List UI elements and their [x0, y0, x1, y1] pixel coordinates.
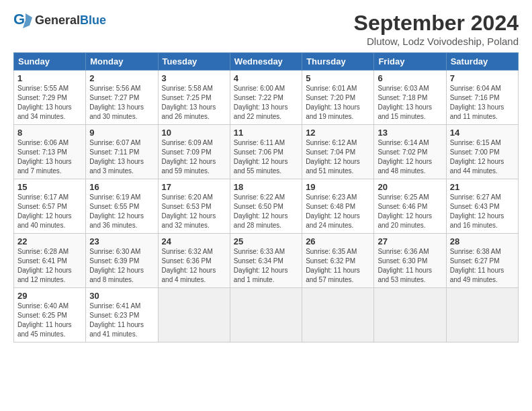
day-info: Sunrise: 5:58 AMSunset: 7:25 PMDaylight:… [162, 84, 226, 122]
table-row: 17Sunrise: 6:20 AMSunset: 6:53 PMDayligh… [158, 179, 230, 234]
weekday-header-row: Sunday Monday Tuesday Wednesday Thursday… [14, 53, 519, 71]
logo: G GeneralBlue [13, 11, 106, 30]
title-area: September 2024 Dlutow, Lodz Voivodeship,… [354, 11, 519, 47]
day-number: 20 [378, 182, 442, 192]
day-info: Sunrise: 6:40 AMSunset: 6:25 PMDaylight:… [17, 302, 82, 339]
day-number: 12 [306, 128, 370, 138]
day-info: Sunrise: 6:12 AMSunset: 7:04 PMDaylight:… [306, 138, 370, 176]
header-monday: Monday [86, 53, 158, 71]
day-info: Sunrise: 6:23 AMSunset: 6:48 PMDaylight:… [306, 193, 370, 230]
day-info: Sunrise: 6:27 AMSunset: 6:43 PMDaylight:… [450, 193, 515, 230]
day-number: 9 [89, 128, 154, 138]
table-row [302, 288, 374, 342]
table-row: 26Sunrise: 6:35 AMSunset: 6:32 PMDayligh… [302, 234, 374, 288]
day-number: 7 [450, 73, 515, 83]
calendar-week-row: 22Sunrise: 6:28 AMSunset: 6:41 PMDayligh… [14, 234, 519, 288]
day-info: Sunrise: 6:20 AMSunset: 6:53 PMDaylight:… [162, 193, 226, 230]
day-number: 5 [306, 73, 370, 83]
day-number: 26 [306, 236, 370, 246]
day-info: Sunrise: 6:09 AMSunset: 7:09 PMDaylight:… [162, 138, 226, 176]
table-row [374, 288, 446, 342]
day-info: Sunrise: 6:00 AMSunset: 7:22 PMDaylight:… [234, 84, 298, 122]
calendar-week-row: 8Sunrise: 6:06 AMSunset: 7:13 PMDaylight… [14, 125, 519, 179]
header-tuesday: Tuesday [158, 53, 230, 71]
table-row: 16Sunrise: 6:19 AMSunset: 6:55 PMDayligh… [86, 179, 158, 234]
day-info: Sunrise: 5:55 AMSunset: 7:29 PMDaylight:… [17, 84, 82, 122]
day-number: 21 [450, 182, 515, 192]
day-number: 8 [17, 128, 82, 138]
day-number: 24 [162, 236, 226, 246]
calendar-week-row: 29Sunrise: 6:40 AMSunset: 6:25 PMDayligh… [14, 288, 519, 342]
calendar-table: Sunday Monday Tuesday Wednesday Thursday… [13, 52, 519, 342]
day-info: Sunrise: 6:30 AMSunset: 6:39 PMDaylight:… [89, 247, 154, 285]
day-number: 2 [89, 73, 154, 83]
table-row: 28Sunrise: 6:38 AMSunset: 6:27 PMDayligh… [446, 234, 518, 288]
day-info: Sunrise: 6:25 AMSunset: 6:46 PMDaylight:… [378, 193, 442, 230]
table-row: 9Sunrise: 6:07 AMSunset: 7:11 PMDaylight… [86, 125, 158, 179]
table-row [446, 288, 518, 342]
location-title: Dlutow, Lodz Voivodeship, Poland [354, 36, 519, 47]
day-info: Sunrise: 6:11 AMSunset: 7:06 PMDaylight:… [234, 138, 298, 176]
table-row [158, 288, 230, 342]
day-info: Sunrise: 6:01 AMSunset: 7:20 PMDaylight:… [306, 84, 370, 122]
page: G GeneralBlue September 2024 Dlutow, Lod… [0, 0, 532, 351]
table-row: 24Sunrise: 6:32 AMSunset: 6:36 PMDayligh… [158, 234, 230, 288]
day-number: 15 [17, 182, 82, 192]
table-row: 12Sunrise: 6:12 AMSunset: 7:04 PMDayligh… [302, 125, 374, 179]
table-row: 30Sunrise: 6:41 AMSunset: 6:23 PMDayligh… [86, 288, 158, 342]
day-number: 17 [162, 182, 226, 192]
day-number: 1 [17, 73, 82, 83]
table-row: 19Sunrise: 6:23 AMSunset: 6:48 PMDayligh… [302, 179, 374, 234]
day-info: Sunrise: 6:03 AMSunset: 7:18 PMDaylight:… [378, 84, 442, 122]
day-number: 23 [89, 236, 154, 246]
day-info: Sunrise: 6:38 AMSunset: 6:27 PMDaylight:… [450, 247, 515, 285]
day-info: Sunrise: 6:19 AMSunset: 6:55 PMDaylight:… [89, 193, 154, 230]
table-row: 21Sunrise: 6:27 AMSunset: 6:43 PMDayligh… [446, 179, 518, 234]
day-number: 25 [234, 236, 298, 246]
day-info: Sunrise: 6:04 AMSunset: 7:16 PMDaylight:… [450, 84, 515, 122]
table-row: 27Sunrise: 6:36 AMSunset: 6:30 PMDayligh… [374, 234, 446, 288]
table-row: 1Sunrise: 5:55 AMSunset: 7:29 PMDaylight… [14, 71, 86, 125]
table-row: 6Sunrise: 6:03 AMSunset: 7:18 PMDaylight… [374, 71, 446, 125]
table-row: 25Sunrise: 6:33 AMSunset: 6:34 PMDayligh… [230, 234, 302, 288]
logo-text: GeneralBlue [35, 13, 106, 28]
table-row: 14Sunrise: 6:15 AMSunset: 7:00 PMDayligh… [446, 125, 518, 179]
day-number: 13 [378, 128, 442, 138]
table-row: 4Sunrise: 6:00 AMSunset: 7:22 PMDaylight… [230, 71, 302, 125]
day-number: 16 [89, 182, 154, 192]
day-number: 19 [306, 182, 370, 192]
table-row: 29Sunrise: 6:40 AMSunset: 6:25 PMDayligh… [14, 288, 86, 342]
logo-icon: G [13, 11, 32, 30]
table-row: 22Sunrise: 6:28 AMSunset: 6:41 PMDayligh… [14, 234, 86, 288]
header-saturday: Saturday [446, 53, 518, 71]
day-number: 18 [234, 182, 298, 192]
day-info: Sunrise: 6:28 AMSunset: 6:41 PMDaylight:… [17, 247, 82, 285]
day-number: 14 [450, 128, 515, 138]
table-row [230, 288, 302, 342]
table-row: 20Sunrise: 6:25 AMSunset: 6:46 PMDayligh… [374, 179, 446, 234]
table-row: 18Sunrise: 6:22 AMSunset: 6:50 PMDayligh… [230, 179, 302, 234]
day-info: Sunrise: 6:36 AMSunset: 6:30 PMDaylight:… [378, 247, 442, 285]
header-wednesday: Wednesday [230, 53, 302, 71]
header-friday: Friday [374, 53, 446, 71]
table-row: 13Sunrise: 6:14 AMSunset: 7:02 PMDayligh… [374, 125, 446, 179]
table-row: 10Sunrise: 6:09 AMSunset: 7:09 PMDayligh… [158, 125, 230, 179]
table-row: 8Sunrise: 6:06 AMSunset: 7:13 PMDaylight… [14, 125, 86, 179]
day-number: 29 [17, 291, 82, 301]
table-row: 11Sunrise: 6:11 AMSunset: 7:06 PMDayligh… [230, 125, 302, 179]
day-number: 10 [162, 128, 226, 138]
table-row: 7Sunrise: 6:04 AMSunset: 7:16 PMDaylight… [446, 71, 518, 125]
day-number: 11 [234, 128, 298, 138]
header-sunday: Sunday [14, 53, 86, 71]
header-thursday: Thursday [302, 53, 374, 71]
day-info: Sunrise: 6:07 AMSunset: 7:11 PMDaylight:… [89, 138, 154, 176]
day-info: Sunrise: 6:15 AMSunset: 7:00 PMDaylight:… [450, 138, 515, 176]
day-info: Sunrise: 5:56 AMSunset: 7:27 PMDaylight:… [89, 84, 154, 122]
day-info: Sunrise: 6:32 AMSunset: 6:36 PMDaylight:… [162, 247, 226, 285]
table-row: 15Sunrise: 6:17 AMSunset: 6:57 PMDayligh… [14, 179, 86, 234]
day-number: 27 [378, 236, 442, 246]
table-row: 3Sunrise: 5:58 AMSunset: 7:25 PMDaylight… [158, 71, 230, 125]
day-info: Sunrise: 6:14 AMSunset: 7:02 PMDaylight:… [378, 138, 442, 176]
day-number: 22 [17, 236, 82, 246]
day-number: 30 [89, 291, 154, 301]
